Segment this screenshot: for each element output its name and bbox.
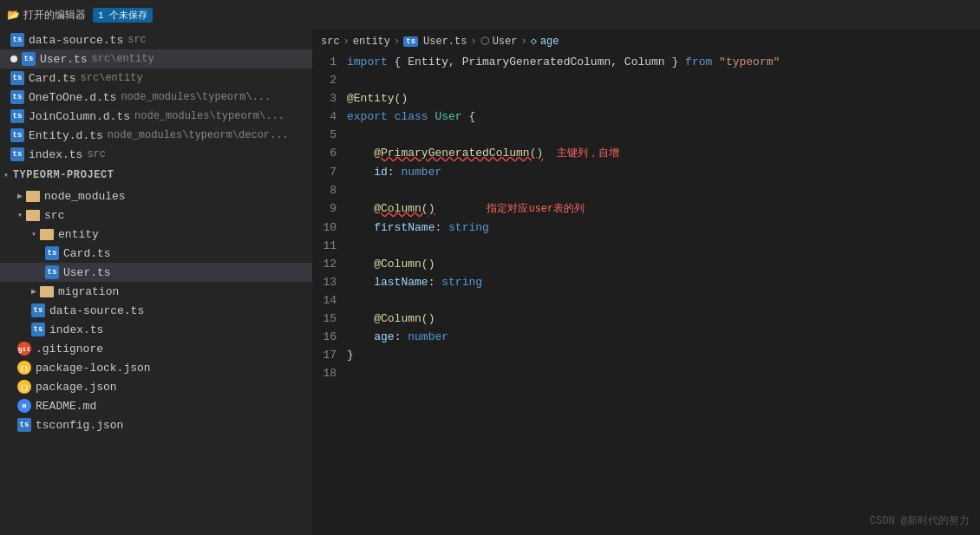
line-number: 14 [312,291,347,310]
sidebar-item-user-tree[interactable]: ts User.ts [0,263,312,282]
line-number: 1 [312,53,347,71]
code-line-18: 18 [312,364,980,382]
sidebar-item-datasource[interactable]: ts data-source.ts src [0,30,312,49]
file-name: Card.ts [29,72,76,85]
chevron-down-icon: ▾ [3,170,10,180]
line-content [347,71,980,89]
ts-icon: ts [10,128,24,142]
line-number: 8 [312,181,347,199]
file-name: README.md [36,400,96,413]
ts-icon: ts [10,71,24,85]
file-name: data-source.ts [29,34,123,47]
code-editor[interactable]: 1 import { Entity, PrimaryGeneratedColum… [312,53,980,535]
line-number: 10 [312,219,347,237]
breadcrumb-property-icon: ◇ [531,35,537,48]
ts-icon: ts [10,109,24,123]
line-content: age: number [347,328,980,346]
ts-icon: ts [10,90,24,104]
line-content: firstName: string [347,219,980,237]
entity-folder[interactable]: ▾ entity [0,225,312,244]
file-name: Entity.d.ts [29,129,103,142]
file-name: package.json [36,381,117,394]
open-editors-text: 打开的编辑器 [23,8,86,23]
code-line-9: 9 @Column()指定对应user表的列 [312,199,980,219]
chevron-right-icon: ▶ [31,286,36,297]
sidebar-item-card-tree[interactable]: ts Card.ts [0,244,312,263]
sidebar-item-onetoone[interactable]: ts OneToOne.d.ts node_modules\typeorm\..… [0,88,312,107]
file-name: Card.ts [63,247,111,260]
file-name: JoinColumn.d.ts [29,110,130,123]
code-line-14: 14 [312,291,980,310]
line-content: import { Entity, PrimaryGeneratedColumn,… [347,53,980,71]
line-number: 12 [312,255,347,273]
folder-label: entity [58,228,99,241]
code-line-15: 15 @Column() [312,310,980,328]
code-line-16: 16 age: number [312,328,980,346]
line-number: 18 [312,364,347,382]
code-line-10: 10 firstName: string [312,219,980,237]
sidebar-item-readme[interactable]: M README.md [0,396,312,415]
unsaved-badge: 1 个未保存 [93,8,153,23]
folder-icon [26,191,40,202]
folder-label: migration [58,285,119,298]
line-number: 2 [312,71,347,89]
line-content: lastName: string [347,273,980,291]
node-modules-folder[interactable]: ▶ node_modules [0,186,312,206]
breadcrumb-class: User [493,36,518,48]
sidebar-item-package[interactable]: {} package.json [0,377,312,396]
file-path: src\entity [81,72,143,84]
sidebar-item-datasource-tree[interactable]: ts data-source.ts [0,301,312,320]
line-content: @PrimaryGeneratedColumn()主键列，自增 [347,144,980,163]
code-line-7: 7 id: number [312,163,980,181]
file-name: index.ts [49,323,103,336]
file-path: node_modules\typeorm\decor... [108,129,289,141]
git-icon: git [17,342,31,356]
open-editors-label[interactable]: 📂 打开的编辑器 1 个未保存 [0,8,160,23]
src-folder[interactable]: ▾ src [0,206,312,225]
sidebar-item-entity[interactable]: ts Entity.d.ts node_modules\typeorm\deco… [0,126,312,145]
file-path: src [87,148,106,160]
sidebar-item-user[interactable]: ts User.ts src\entity [0,49,312,69]
sidebar-item-index[interactable]: ts index.ts src [0,145,312,164]
watermark: CSDN @新时代的努力 [870,513,970,528]
file-path: node_modules\typeorm\... [134,110,284,122]
line-content: } [347,346,980,364]
breadcrumb-sep2: › [394,36,400,48]
code-line-13: 13 lastName: string [312,273,980,291]
ts-icon: ts [45,246,59,260]
sidebar-item-packagelock[interactable]: {} package-lock.json [0,358,312,377]
code-line-2: 2 [312,71,980,89]
file-path: src [127,34,147,46]
ts-icon: ts [10,33,24,47]
sidebar-item-index-tree[interactable]: ts index.ts [0,320,312,339]
code-line-6: 6 @PrimaryGeneratedColumn()主键列，自增 [312,144,980,163]
sidebar-item-tsconfig[interactable]: ts tsconfig.json [0,415,312,434]
sidebar-item-joincolumn[interactable]: ts JoinColumn.d.ts node_modules\typeorm\… [0,107,312,126]
line-content [347,237,980,255]
line-number: 4 [312,108,347,126]
ts-icon: ts [17,418,31,432]
breadcrumb-entity: entity [353,36,390,48]
folder-label: src [44,209,64,222]
file-name: OneToOne.d.ts [29,91,116,104]
line-number: 16 [312,328,347,346]
chevron-right-icon: ▶ [17,191,23,201]
line-content [347,181,980,199]
code-line-1: 1 import { Entity, PrimaryGeneratedColum… [312,53,980,71]
sidebar-item-card[interactable]: ts Card.ts src\entity [0,69,312,88]
file-name: tsconfig.json [36,419,123,432]
line-number: 11 [312,237,347,255]
json-icon: {} [17,380,31,394]
project-header[interactable]: ▾ TYPEORM-PROJECT [0,164,312,186]
breadcrumb-property: age [540,36,559,48]
file-path: src\entity [92,53,154,65]
sidebar-item-gitignore[interactable]: git .gitignore [0,339,312,358]
file-path: node_modules\typeorm\... [121,91,271,103]
chevron-down-icon: ▾ [17,210,23,220]
line-content: @Column() [347,310,980,328]
line-number: 9 [312,199,347,218]
editor-area: src › entity › ts User.ts › ⬡ User › ◇ a… [312,30,980,535]
migration-folder[interactable]: ▶ migration [0,282,312,301]
file-name: User.ts [63,266,111,279]
breadcrumb: src › entity › ts User.ts › ⬡ User › ◇ a… [312,30,980,53]
